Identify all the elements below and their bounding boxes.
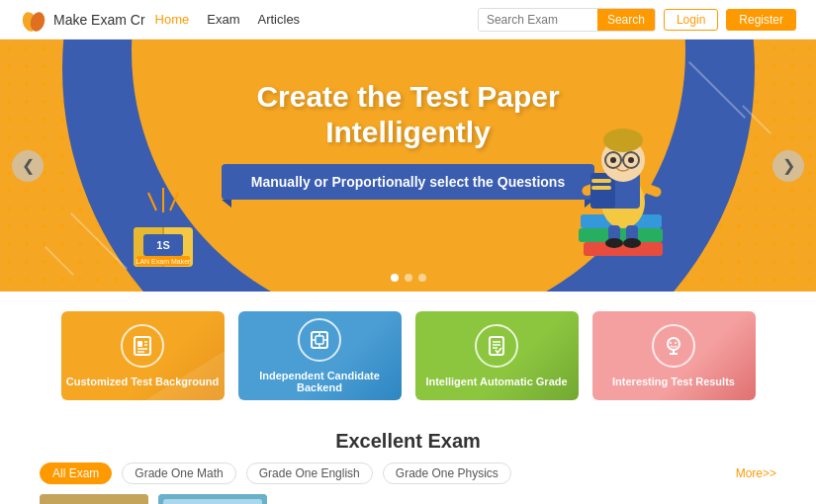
svg-text:1S: 1S (156, 239, 169, 251)
feature-label-3: Interesting Test Results (612, 376, 735, 387)
hero-dot-2[interactable] (405, 274, 412, 282)
feature-card-1[interactable]: Independent Candidate Backend (238, 311, 402, 400)
svg-point-31 (605, 238, 623, 248)
svg-point-27 (610, 157, 616, 163)
svg-rect-59 (163, 499, 262, 504)
hero-prev-button[interactable]: ❮ (12, 150, 44, 182)
svg-rect-54 (40, 494, 148, 504)
hero-subtitle: Manually or Proportionally select the Qu… (222, 164, 594, 200)
svg-point-23 (603, 128, 643, 152)
header: Make Exam Cr Home Exam Articles Search L… (0, 0, 816, 40)
svg-rect-12 (584, 242, 663, 256)
logo-icon (20, 6, 47, 34)
svg-point-52 (670, 342, 672, 344)
svg-rect-34 (137, 341, 142, 347)
more-link[interactable]: More>> (736, 466, 776, 480)
tab-all-exam[interactable]: All Exam (40, 462, 112, 484)
hero-mascot-left: 1S LAN Exam Maker (119, 183, 208, 272)
search-button[interactable]: Search (597, 9, 655, 31)
feature-card-3[interactable]: Interesting Test Results (592, 311, 756, 400)
hero-banner: 1S LAN Exam Maker (0, 40, 816, 292)
search-input[interactable] (479, 9, 597, 31)
svg-point-28 (628, 157, 634, 163)
hero-dot-1[interactable] (391, 274, 399, 282)
svg-text:LAN Exam Maker: LAN Exam Maker (136, 258, 192, 265)
excellent-section: Excellent Exam All Exam Grade One Math G… (0, 420, 816, 504)
svg-line-7 (170, 193, 178, 210)
feature-icon-3 (652, 324, 695, 368)
tab-grade-one-physics[interactable]: Grade One Physics (383, 462, 511, 484)
feature-icon-0 (121, 324, 164, 368)
search-box: Search (478, 8, 656, 32)
hero-dots (391, 274, 426, 282)
feature-label-2: Intelligent Automatic Grade (425, 376, 567, 387)
register-button[interactable]: Register (726, 9, 796, 31)
tab-grade-one-math[interactable]: Grade One Math (122, 462, 235, 484)
svg-rect-40 (316, 336, 323, 344)
svg-rect-21 (591, 186, 611, 190)
login-button[interactable]: Login (664, 9, 718, 31)
exam-thumb-1[interactable]: Exam (158, 494, 267, 504)
nav-exam[interactable]: Exam (207, 12, 239, 27)
feature-card-0[interactable]: Customized Test Background (61, 311, 225, 400)
nav-home[interactable]: Home (155, 12, 190, 27)
features-section: Customized Test Background Independent C… (0, 292, 816, 420)
excellent-title: Excellent Exam (40, 430, 776, 453)
hero-dot-3[interactable] (418, 274, 426, 282)
feature-icon-1 (298, 318, 341, 362)
header-right: Search Login Register (478, 8, 796, 32)
hero-next-button[interactable]: ❯ (772, 150, 804, 182)
svg-point-53 (675, 342, 677, 344)
svg-line-6 (148, 193, 156, 210)
logo-text: Make Exam Cr (53, 12, 145, 28)
feature-icon-2 (475, 324, 518, 368)
feature-card-2[interactable]: Intelligent Automatic Grade (415, 311, 579, 400)
tab-grade-one-english[interactable]: Grade One English (246, 462, 373, 484)
hero-mascot-right (559, 89, 687, 287)
exam-thumbs-row: Exam Exam (40, 494, 776, 504)
hero-title: Create the Test Paper Intelligently (256, 79, 559, 150)
logo-area: Make Exam Cr (20, 6, 145, 34)
svg-point-49 (668, 338, 680, 350)
exam-tabs-row: All Exam Grade One Math Grade One Englis… (40, 462, 776, 484)
feature-label-1: Independent Candidate Backend (238, 370, 402, 393)
exam-thumb-0[interactable]: Exam (40, 494, 148, 504)
svg-point-32 (623, 238, 641, 248)
main-nav: Home Exam Articles (155, 12, 301, 27)
svg-rect-17 (643, 183, 663, 199)
feature-label-0: Customized Test Background (66, 376, 219, 387)
svg-rect-20 (591, 179, 611, 183)
nav-articles[interactable]: Articles (258, 12, 301, 27)
